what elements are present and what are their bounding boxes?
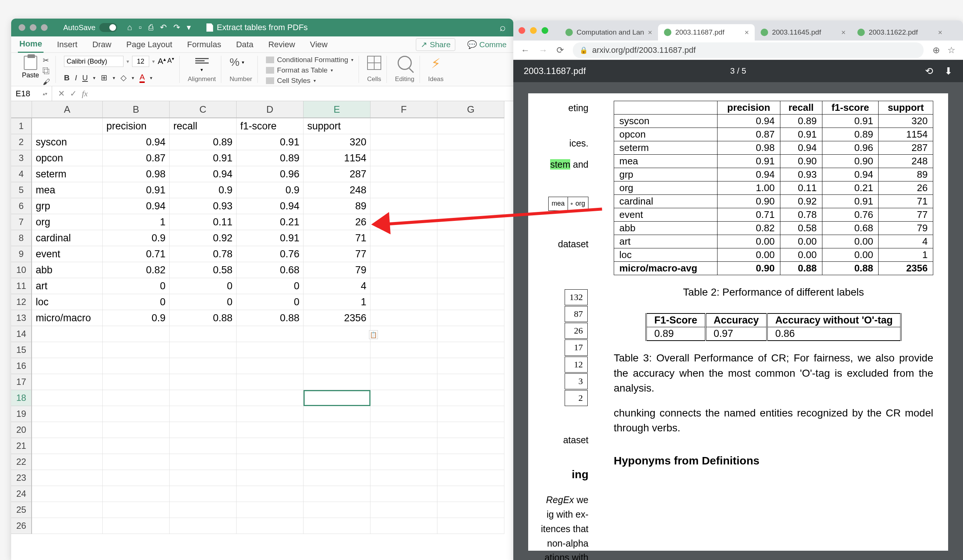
- cell[interactable]: loc: [32, 294, 103, 310]
- row-header[interactable]: 10: [11, 262, 32, 278]
- cell[interactable]: [103, 438, 170, 454]
- cell[interactable]: 248: [303, 182, 370, 198]
- cell[interactable]: [32, 118, 103, 134]
- cell[interactable]: [237, 326, 303, 342]
- browser-tab[interactable]: 2003.11687.pdf×: [658, 24, 755, 40]
- cell[interactable]: [438, 486, 504, 502]
- row-header[interactable]: 11: [11, 278, 32, 294]
- cancel-icon[interactable]: ✕: [58, 89, 65, 99]
- cell[interactable]: precision: [103, 118, 170, 134]
- row-header[interactable]: 13: [11, 310, 32, 326]
- cell[interactable]: [370, 134, 438, 150]
- cell[interactable]: [237, 390, 303, 406]
- cell[interactable]: 0: [170, 278, 237, 294]
- cell[interactable]: [438, 406, 504, 422]
- cell[interactable]: f1-score: [237, 118, 303, 134]
- cell[interactable]: 79: [303, 262, 370, 278]
- cell[interactable]: 0.96: [237, 166, 303, 182]
- cell[interactable]: [370, 422, 438, 438]
- chevron-down-icon[interactable]: ▾: [126, 58, 129, 64]
- fill-color-icon[interactable]: ◇: [120, 73, 126, 82]
- row-header[interactable]: 17: [11, 374, 32, 390]
- cell[interactable]: [103, 358, 170, 374]
- column-header[interactable]: E: [303, 101, 370, 118]
- cell[interactable]: [370, 182, 438, 198]
- cell[interactable]: [103, 342, 170, 358]
- cell[interactable]: 0.11: [170, 214, 237, 230]
- confirm-icon[interactable]: ✓: [70, 89, 77, 99]
- cell[interactable]: [103, 390, 170, 406]
- cell[interactable]: 0.9: [103, 310, 170, 326]
- cells-button[interactable]: [367, 56, 381, 70]
- column-header[interactable]: F: [370, 101, 438, 118]
- cell[interactable]: [237, 422, 303, 438]
- cell[interactable]: [237, 486, 303, 502]
- cell[interactable]: [103, 470, 170, 486]
- chevron-down-icon[interactable]: ▾: [187, 23, 191, 32]
- underline-button[interactable]: U: [82, 73, 88, 82]
- row-header[interactable]: 1: [11, 118, 32, 134]
- row-header[interactable]: 18: [11, 390, 32, 406]
- cell[interactable]: seterm: [32, 166, 103, 182]
- cell[interactable]: [32, 470, 103, 486]
- row-header[interactable]: 20: [11, 422, 32, 438]
- cell[interactable]: [370, 390, 438, 406]
- increase-font-icon[interactable]: A▴: [158, 56, 166, 66]
- font-color-icon[interactable]: A: [139, 73, 145, 83]
- cell[interactable]: [370, 486, 438, 502]
- cell[interactable]: [103, 502, 170, 518]
- cell[interactable]: [438, 134, 504, 150]
- column-header[interactable]: A: [32, 101, 103, 118]
- cell[interactable]: 2356: [303, 310, 370, 326]
- cell[interactable]: [103, 518, 170, 534]
- browser-tab[interactable]: 2003.11645.pdf×: [755, 24, 851, 40]
- cell[interactable]: 0: [103, 278, 170, 294]
- cell[interactable]: [170, 502, 237, 518]
- cell[interactable]: 0.9: [103, 230, 170, 246]
- cell[interactable]: 0.94: [103, 134, 170, 150]
- close-tab-icon[interactable]: ×: [745, 28, 749, 37]
- cell[interactable]: 77: [303, 246, 370, 262]
- cell[interactable]: [370, 310, 438, 326]
- chevron-down-icon[interactable]: ▾: [150, 75, 152, 81]
- search-icon[interactable]: ⌕: [499, 21, 506, 34]
- cell[interactable]: 0: [170, 294, 237, 310]
- cell[interactable]: art: [32, 278, 103, 294]
- cell[interactable]: [32, 438, 103, 454]
- cell[interactable]: [170, 374, 237, 390]
- cell[interactable]: [370, 518, 438, 534]
- cell[interactable]: [103, 326, 170, 342]
- save-icon[interactable]: ▫: [139, 23, 142, 32]
- cell[interactable]: 0.94: [237, 198, 303, 214]
- cell[interactable]: [237, 406, 303, 422]
- cell[interactable]: [103, 406, 170, 422]
- forward-icon[interactable]: →: [538, 45, 548, 55]
- cell[interactable]: 0.71: [103, 246, 170, 262]
- cell[interactable]: 4: [303, 278, 370, 294]
- cell[interactable]: [370, 118, 438, 134]
- cell[interactable]: 0.98: [103, 166, 170, 182]
- row-header[interactable]: 25: [11, 502, 32, 518]
- cell[interactable]: support: [303, 118, 370, 134]
- cell[interactable]: [438, 246, 504, 262]
- cell[interactable]: 0.92: [170, 230, 237, 246]
- cell[interactable]: [370, 278, 438, 294]
- decrease-font-icon[interactable]: A▾: [167, 56, 174, 66]
- cell[interactable]: 0.87: [103, 150, 170, 166]
- row-header[interactable]: 4: [11, 166, 32, 182]
- cell[interactable]: [170, 358, 237, 374]
- tab-page-layout[interactable]: Page Layout: [125, 37, 174, 52]
- row-header[interactable]: 26: [11, 518, 32, 534]
- cell[interactable]: 320: [303, 134, 370, 150]
- back-icon[interactable]: ←: [521, 45, 530, 55]
- maximize-window-icon[interactable]: [41, 24, 48, 31]
- toggle-icon[interactable]: [99, 23, 117, 32]
- cell[interactable]: [438, 294, 504, 310]
- cell[interactable]: [370, 374, 438, 390]
- row-header[interactable]: 14: [11, 326, 32, 342]
- row-header[interactable]: 23: [11, 470, 32, 486]
- cell[interactable]: [170, 486, 237, 502]
- cell[interactable]: 0.91: [237, 134, 303, 150]
- chevron-down-icon[interactable]: ▾: [113, 75, 115, 81]
- cell[interactable]: [438, 262, 504, 278]
